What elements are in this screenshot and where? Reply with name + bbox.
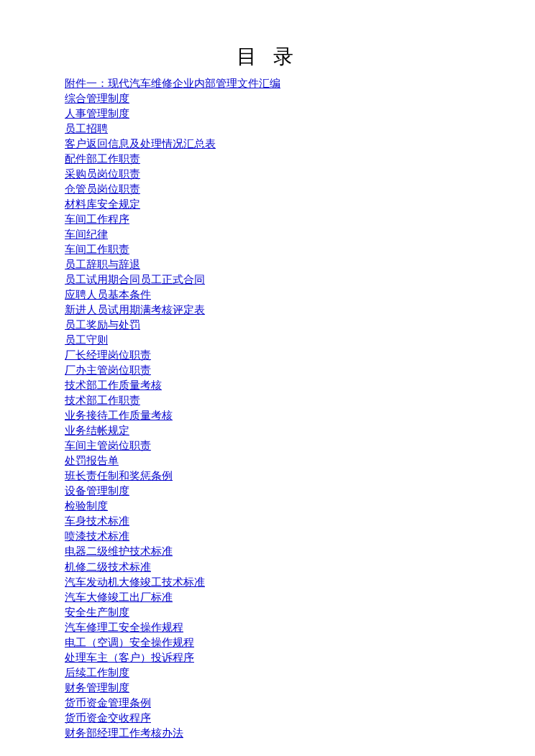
toc-link[interactable]: 人事管理制度 bbox=[65, 108, 129, 119]
toc-item: 电工（空调）安全操作规程 bbox=[65, 635, 470, 650]
toc-link[interactable]: 处理车主（客户）投诉程序 bbox=[65, 652, 194, 663]
toc-link[interactable]: 附件一：现代汽车维修企业内部管理文件汇编 bbox=[65, 78, 280, 89]
toc-link[interactable]: 电工（空调）安全操作规程 bbox=[65, 637, 194, 648]
page-title: 目 录 bbox=[65, 43, 470, 70]
toc-link[interactable]: 客户返回信息及处理情况汇总表 bbox=[65, 138, 216, 149]
toc-link[interactable]: 配件部工作职责 bbox=[65, 153, 140, 165]
toc-link[interactable]: 员工招聘 bbox=[65, 123, 108, 134]
toc-item: 汽车修理工安全操作规程 bbox=[65, 620, 470, 635]
toc-item: 汽车发动机大修竣工技术标准 bbox=[65, 575, 470, 590]
toc-item: 处罚报告单 bbox=[65, 453, 470, 469]
toc-item: 新进人员试用期满考核评定表 bbox=[65, 303, 470, 318]
toc-item: 应聘人员基本条件 bbox=[65, 287, 470, 303]
toc-item: 员工试用期合同员工正式合同 bbox=[65, 272, 470, 287]
toc-link[interactable]: 员工辞职与辞退 bbox=[65, 259, 140, 270]
toc-item: 综合管理制度 bbox=[65, 91, 470, 106]
toc-item: 财务管理制度 bbox=[65, 681, 470, 696]
toc-item: 厂办主管岗位职责 bbox=[65, 363, 470, 378]
toc-item: 喷漆技术标准 bbox=[65, 529, 470, 544]
toc-link[interactable]: 货币资金交收程序 bbox=[65, 712, 151, 724]
toc-link[interactable]: 班长责任制和奖惩条例 bbox=[65, 470, 173, 481]
toc-link[interactable]: 后续工作制度 bbox=[65, 667, 129, 678]
toc-link[interactable]: 机修二级技术标准 bbox=[65, 561, 151, 573]
toc-item: 业务结帐规定 bbox=[65, 423, 470, 438]
toc-item: 仓管员岗位职责 bbox=[65, 182, 470, 197]
toc-item: 员工守则 bbox=[65, 333, 470, 348]
toc-item: 员工辞职与辞退 bbox=[65, 257, 470, 272]
toc-link[interactable]: 车间工作程序 bbox=[65, 213, 129, 225]
toc-item: 材料库安全规定 bbox=[65, 197, 470, 212]
toc-link[interactable]: 仓管员岗位职责 bbox=[65, 183, 140, 195]
toc-item: 车间工作程序 bbox=[65, 212, 470, 227]
toc-link[interactable]: 业务结帐规定 bbox=[65, 425, 129, 436]
toc-link[interactable]: 车间纪律 bbox=[65, 229, 108, 240]
toc-link[interactable]: 应聘人员基本条件 bbox=[65, 289, 151, 300]
toc-link[interactable]: 新进人员试用期满考核评定表 bbox=[65, 304, 205, 315]
toc-item: 客户返回信息及处理情况汇总表 bbox=[65, 137, 470, 152]
toc-list: 附件一：现代汽车维修企业内部管理文件汇编综合管理制度人事管理制度员工招聘客户返回… bbox=[65, 76, 470, 741]
toc-item: 采购员岗位职责 bbox=[65, 167, 470, 182]
toc-item: 员工奖励与处罚 bbox=[65, 318, 470, 333]
toc-item: 人事管理制度 bbox=[65, 106, 470, 121]
toc-link[interactable]: 采购员岗位职责 bbox=[65, 168, 140, 180]
toc-item: 设备管理制度 bbox=[65, 484, 470, 499]
toc-link[interactable]: 车间工作职责 bbox=[65, 244, 129, 255]
toc-link[interactable]: 财务管理制度 bbox=[65, 682, 129, 693]
toc-item: 附件一：现代汽车维修企业内部管理文件汇编 bbox=[65, 76, 470, 91]
toc-link[interactable]: 安全生产制度 bbox=[65, 607, 129, 618]
toc-item: 配件部工作职责 bbox=[65, 152, 470, 167]
toc-item: 后续工作制度 bbox=[65, 665, 470, 681]
toc-link[interactable]: 员工奖励与处罚 bbox=[65, 319, 140, 331]
toc-item: 财务部经理工作考核办法 bbox=[65, 726, 470, 741]
toc-item: 处理车主（客户）投诉程序 bbox=[65, 650, 470, 665]
toc-link[interactable]: 员工守则 bbox=[65, 334, 108, 346]
toc-item: 技术部工作职责 bbox=[65, 393, 470, 408]
toc-link[interactable]: 汽车大修竣工出厂标准 bbox=[65, 591, 173, 603]
toc-link[interactable]: 货币资金管理条例 bbox=[65, 697, 151, 709]
toc-link[interactable]: 检验制度 bbox=[65, 500, 108, 512]
toc-item: 检验制度 bbox=[65, 499, 470, 514]
toc-link[interactable]: 员工试用期合同员工正式合同 bbox=[65, 274, 205, 285]
toc-link[interactable]: 厂办主管岗位职责 bbox=[65, 364, 151, 376]
toc-item: 车间主管岗位职责 bbox=[65, 438, 470, 453]
toc-link[interactable]: 车间主管岗位职责 bbox=[65, 440, 151, 451]
toc-link[interactable]: 综合管理制度 bbox=[65, 93, 129, 104]
toc-item: 车身技术标准 bbox=[65, 514, 470, 529]
toc-link[interactable]: 汽车发动机大修竣工技术标准 bbox=[65, 576, 205, 588]
toc-item: 业务接待工作质量考核 bbox=[65, 408, 470, 423]
toc-item: 安全生产制度 bbox=[65, 605, 470, 620]
toc-item: 班长责任制和奖惩条例 bbox=[65, 469, 470, 484]
toc-link[interactable]: 电器二级维护技术标准 bbox=[65, 545, 173, 557]
toc-link[interactable]: 处罚报告单 bbox=[65, 455, 119, 466]
toc-link[interactable]: 材料库安全规定 bbox=[65, 198, 140, 210]
toc-item: 厂长经理岗位职责 bbox=[65, 348, 470, 363]
toc-item: 车间纪律 bbox=[65, 227, 470, 242]
toc-link[interactable]: 技术部工作质量考核 bbox=[65, 379, 162, 391]
toc-item: 技术部工作质量考核 bbox=[65, 378, 470, 393]
toc-link[interactable]: 厂长经理岗位职责 bbox=[65, 349, 151, 361]
toc-link[interactable]: 技术部工作职责 bbox=[65, 395, 140, 406]
toc-link[interactable]: 业务接待工作质量考核 bbox=[65, 410, 173, 421]
toc-link[interactable]: 设备管理制度 bbox=[65, 485, 129, 497]
toc-item: 电器二级维护技术标准 bbox=[65, 544, 470, 559]
toc-link[interactable]: 财务部经理工作考核办法 bbox=[65, 727, 183, 739]
toc-item: 机修二级技术标准 bbox=[65, 560, 470, 575]
toc-item: 员工招聘 bbox=[65, 121, 470, 137]
toc-item: 车间工作职责 bbox=[65, 242, 470, 257]
toc-item: 货币资金交收程序 bbox=[65, 711, 470, 726]
toc-item: 汽车大修竣工出厂标准 bbox=[65, 590, 470, 605]
toc-link[interactable]: 喷漆技术标准 bbox=[65, 530, 129, 542]
toc-item: 货币资金管理条例 bbox=[65, 696, 470, 711]
toc-link[interactable]: 汽车修理工安全操作规程 bbox=[65, 622, 183, 633]
toc-link[interactable]: 车身技术标准 bbox=[65, 515, 129, 527]
